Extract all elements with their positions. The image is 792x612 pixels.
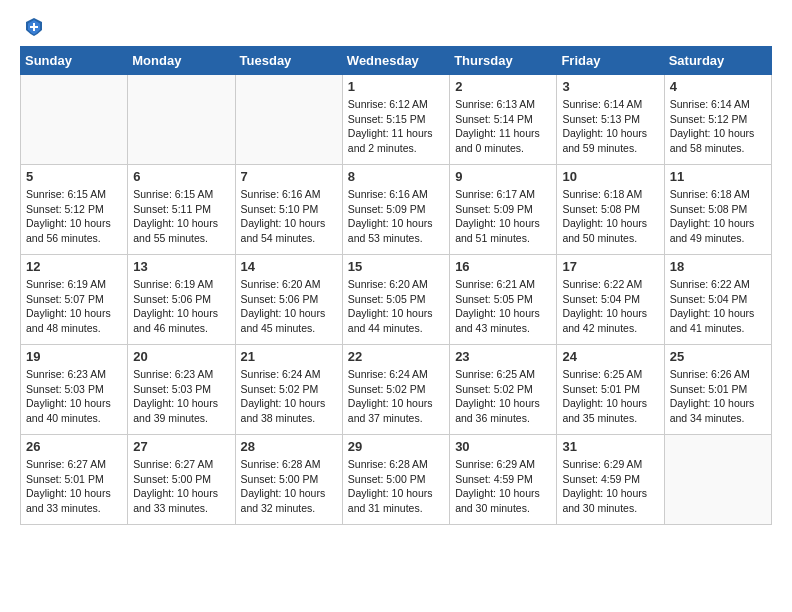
day-info: Sunrise: 6:27 AMSunset: 5:00 PMDaylight:… (133, 457, 229, 516)
calendar-cell: 9Sunrise: 6:17 AMSunset: 5:09 PMDaylight… (450, 165, 557, 255)
day-info: Sunrise: 6:22 AMSunset: 5:04 PMDaylight:… (670, 277, 766, 336)
calendar-cell (235, 75, 342, 165)
weekday-header: Wednesday (342, 47, 449, 75)
calendar-cell (21, 75, 128, 165)
calendar-cell: 10Sunrise: 6:18 AMSunset: 5:08 PMDayligh… (557, 165, 664, 255)
day-number: 2 (455, 79, 551, 94)
day-number: 9 (455, 169, 551, 184)
day-number: 30 (455, 439, 551, 454)
day-info: Sunrise: 6:13 AMSunset: 5:14 PMDaylight:… (455, 97, 551, 156)
header (20, 16, 772, 38)
calendar-cell: 15Sunrise: 6:20 AMSunset: 5:05 PMDayligh… (342, 255, 449, 345)
day-info: Sunrise: 6:25 AMSunset: 5:01 PMDaylight:… (562, 367, 658, 426)
weekday-header: Monday (128, 47, 235, 75)
day-info: Sunrise: 6:19 AMSunset: 5:06 PMDaylight:… (133, 277, 229, 336)
day-info: Sunrise: 6:23 AMSunset: 5:03 PMDaylight:… (26, 367, 122, 426)
day-info: Sunrise: 6:28 AMSunset: 5:00 PMDaylight:… (241, 457, 337, 516)
weekday-header: Saturday (664, 47, 771, 75)
calendar-cell: 8Sunrise: 6:16 AMSunset: 5:09 PMDaylight… (342, 165, 449, 255)
day-number: 19 (26, 349, 122, 364)
day-number: 4 (670, 79, 766, 94)
day-info: Sunrise: 6:22 AMSunset: 5:04 PMDaylight:… (562, 277, 658, 336)
calendar-cell: 2Sunrise: 6:13 AMSunset: 5:14 PMDaylight… (450, 75, 557, 165)
calendar-cell: 27Sunrise: 6:27 AMSunset: 5:00 PMDayligh… (128, 435, 235, 525)
day-info: Sunrise: 6:18 AMSunset: 5:08 PMDaylight:… (670, 187, 766, 246)
weekday-header: Friday (557, 47, 664, 75)
logo-flag-icon (23, 16, 45, 38)
calendar-cell: 14Sunrise: 6:20 AMSunset: 5:06 PMDayligh… (235, 255, 342, 345)
calendar-cell: 25Sunrise: 6:26 AMSunset: 5:01 PMDayligh… (664, 345, 771, 435)
logo-text (20, 16, 45, 38)
day-number: 18 (670, 259, 766, 274)
day-info: Sunrise: 6:27 AMSunset: 5:01 PMDaylight:… (26, 457, 122, 516)
calendar-cell: 22Sunrise: 6:24 AMSunset: 5:02 PMDayligh… (342, 345, 449, 435)
day-info: Sunrise: 6:12 AMSunset: 5:15 PMDaylight:… (348, 97, 444, 156)
day-number: 29 (348, 439, 444, 454)
calendar-cell: 17Sunrise: 6:22 AMSunset: 5:04 PMDayligh… (557, 255, 664, 345)
weekday-header-row: SundayMondayTuesdayWednesdayThursdayFrid… (21, 47, 772, 75)
calendar-cell: 23Sunrise: 6:25 AMSunset: 5:02 PMDayligh… (450, 345, 557, 435)
calendar-week-row: 12Sunrise: 6:19 AMSunset: 5:07 PMDayligh… (21, 255, 772, 345)
calendar-cell: 6Sunrise: 6:15 AMSunset: 5:11 PMDaylight… (128, 165, 235, 255)
day-number: 20 (133, 349, 229, 364)
day-number: 11 (670, 169, 766, 184)
day-info: Sunrise: 6:25 AMSunset: 5:02 PMDaylight:… (455, 367, 551, 426)
day-info: Sunrise: 6:24 AMSunset: 5:02 PMDaylight:… (348, 367, 444, 426)
day-number: 21 (241, 349, 337, 364)
day-number: 12 (26, 259, 122, 274)
page-container: SundayMondayTuesdayWednesdayThursdayFrid… (0, 0, 792, 541)
day-info: Sunrise: 6:23 AMSunset: 5:03 PMDaylight:… (133, 367, 229, 426)
weekday-header: Thursday (450, 47, 557, 75)
day-info: Sunrise: 6:16 AMSunset: 5:10 PMDaylight:… (241, 187, 337, 246)
calendar-week-row: 1Sunrise: 6:12 AMSunset: 5:15 PMDaylight… (21, 75, 772, 165)
calendar-cell: 12Sunrise: 6:19 AMSunset: 5:07 PMDayligh… (21, 255, 128, 345)
calendar-cell: 28Sunrise: 6:28 AMSunset: 5:00 PMDayligh… (235, 435, 342, 525)
weekday-header: Tuesday (235, 47, 342, 75)
day-info: Sunrise: 6:14 AMSunset: 5:13 PMDaylight:… (562, 97, 658, 156)
day-number: 6 (133, 169, 229, 184)
day-number: 22 (348, 349, 444, 364)
day-number: 8 (348, 169, 444, 184)
calendar-cell: 31Sunrise: 6:29 AMSunset: 4:59 PMDayligh… (557, 435, 664, 525)
calendar-week-row: 26Sunrise: 6:27 AMSunset: 5:01 PMDayligh… (21, 435, 772, 525)
day-number: 25 (670, 349, 766, 364)
calendar-cell: 24Sunrise: 6:25 AMSunset: 5:01 PMDayligh… (557, 345, 664, 435)
day-number: 23 (455, 349, 551, 364)
day-info: Sunrise: 6:29 AMSunset: 4:59 PMDaylight:… (455, 457, 551, 516)
calendar-cell: 29Sunrise: 6:28 AMSunset: 5:00 PMDayligh… (342, 435, 449, 525)
day-info: Sunrise: 6:20 AMSunset: 5:05 PMDaylight:… (348, 277, 444, 336)
day-info: Sunrise: 6:20 AMSunset: 5:06 PMDaylight:… (241, 277, 337, 336)
calendar-cell: 20Sunrise: 6:23 AMSunset: 5:03 PMDayligh… (128, 345, 235, 435)
day-info: Sunrise: 6:21 AMSunset: 5:05 PMDaylight:… (455, 277, 551, 336)
calendar-cell: 7Sunrise: 6:16 AMSunset: 5:10 PMDaylight… (235, 165, 342, 255)
calendar-cell: 30Sunrise: 6:29 AMSunset: 4:59 PMDayligh… (450, 435, 557, 525)
day-number: 13 (133, 259, 229, 274)
calendar-week-row: 19Sunrise: 6:23 AMSunset: 5:03 PMDayligh… (21, 345, 772, 435)
calendar-cell (664, 435, 771, 525)
calendar-cell: 16Sunrise: 6:21 AMSunset: 5:05 PMDayligh… (450, 255, 557, 345)
day-info: Sunrise: 6:14 AMSunset: 5:12 PMDaylight:… (670, 97, 766, 156)
day-info: Sunrise: 6:26 AMSunset: 5:01 PMDaylight:… (670, 367, 766, 426)
day-number: 15 (348, 259, 444, 274)
day-info: Sunrise: 6:15 AMSunset: 5:12 PMDaylight:… (26, 187, 122, 246)
calendar-cell: 1Sunrise: 6:12 AMSunset: 5:15 PMDaylight… (342, 75, 449, 165)
day-number: 28 (241, 439, 337, 454)
day-number: 3 (562, 79, 658, 94)
calendar-cell: 19Sunrise: 6:23 AMSunset: 5:03 PMDayligh… (21, 345, 128, 435)
day-number: 24 (562, 349, 658, 364)
calendar-table: SundayMondayTuesdayWednesdayThursdayFrid… (20, 46, 772, 525)
calendar-cell: 11Sunrise: 6:18 AMSunset: 5:08 PMDayligh… (664, 165, 771, 255)
day-info: Sunrise: 6:18 AMSunset: 5:08 PMDaylight:… (562, 187, 658, 246)
day-number: 10 (562, 169, 658, 184)
day-number: 16 (455, 259, 551, 274)
calendar-cell: 3Sunrise: 6:14 AMSunset: 5:13 PMDaylight… (557, 75, 664, 165)
calendar-cell: 13Sunrise: 6:19 AMSunset: 5:06 PMDayligh… (128, 255, 235, 345)
calendar-cell: 26Sunrise: 6:27 AMSunset: 5:01 PMDayligh… (21, 435, 128, 525)
day-number: 26 (26, 439, 122, 454)
day-info: Sunrise: 6:29 AMSunset: 4:59 PMDaylight:… (562, 457, 658, 516)
day-number: 14 (241, 259, 337, 274)
calendar-cell: 21Sunrise: 6:24 AMSunset: 5:02 PMDayligh… (235, 345, 342, 435)
day-number: 5 (26, 169, 122, 184)
logo (20, 16, 45, 38)
day-number: 7 (241, 169, 337, 184)
